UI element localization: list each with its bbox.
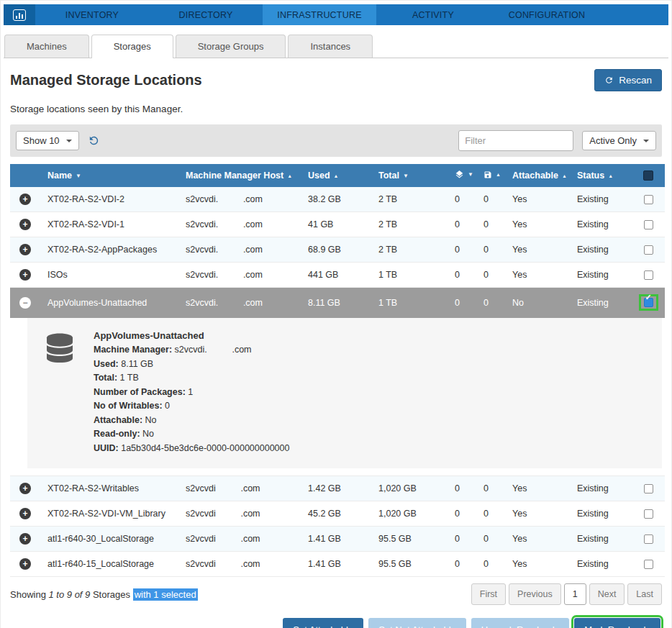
cell-name: XT02-RA-S2-VDI-2	[43, 187, 181, 212]
cell-name: atl1-r640-15_LocalStorage	[43, 552, 181, 577]
header-status[interactable]: Status▲	[573, 164, 632, 187]
expand-icon[interactable]	[19, 533, 31, 545]
cell-total: 1,020 GB	[374, 501, 450, 527]
cell-attachable: Yes	[508, 501, 573, 527]
table-footer: Showing 1 to 9 of 9 Storages with 1 sele…	[10, 583, 662, 605]
tab-instances[interactable]: Instances	[288, 35, 373, 58]
nav-item-inventory[interactable]: INVENTORY	[35, 4, 149, 25]
nav-item-configuration[interactable]: CONFIGURATION	[490, 4, 604, 25]
sort-asc-icon: ▲	[562, 173, 567, 178]
page-title: Managed Storage Locations	[10, 72, 202, 88]
filter-input[interactable]	[458, 130, 573, 151]
brand-logo[interactable]	[4, 4, 35, 25]
cell-attachable: Yes	[508, 476, 573, 501]
cell-host: s2vcvdi. .com	[181, 237, 304, 263]
tab-storage-groups[interactable]: Storage Groups	[176, 35, 286, 58]
header-name[interactable]: Name▼	[43, 164, 181, 187]
reload-icon[interactable]	[88, 135, 100, 147]
cell-used: 8.11 GB	[304, 288, 374, 318]
row-checkbox[interactable]	[644, 509, 653, 519]
header-used-label: Used	[308, 170, 330, 181]
row-checkbox[interactable]	[644, 560, 653, 569]
header-packages[interactable]: ▼	[450, 164, 479, 187]
cell-total: 2 TB	[374, 212, 450, 237]
cell-used: 1.41 GB	[304, 527, 374, 552]
cell-attachable: Yes	[508, 237, 573, 263]
nav-item-directory[interactable]: DIRECTORY	[149, 4, 263, 25]
expand-icon[interactable]	[19, 244, 31, 255]
cell-name: atl1-r640-30_LocalStorage	[43, 527, 181, 552]
pagination-last[interactable]: Last	[627, 583, 662, 605]
pagination-first[interactable]: First	[471, 583, 506, 605]
cell-name: XT02-RA-S2-AppPackages	[43, 237, 181, 263]
header-total-label: Total	[378, 170, 399, 181]
expand-icon[interactable]	[19, 558, 31, 570]
tab-bar: Machines Storages Storage Groups Instanc…	[4, 35, 668, 58]
expand-icon[interactable]	[19, 219, 31, 230]
detail-field-value: 1	[188, 387, 193, 397]
showing-range: 1 to 9 of 9	[49, 589, 91, 600]
cell-host: s2vcvdi .com	[181, 527, 304, 552]
table-header-row: Name▼ Machine Manager Host▲ Used▲ Total▼…	[10, 164, 665, 187]
cell-status: Existing	[573, 237, 632, 263]
detail-field-label: Total:	[94, 373, 117, 383]
row-checkbox-checked[interactable]	[644, 298, 653, 307]
nav-item-activity[interactable]: ACTIVITY	[376, 4, 490, 25]
row-checkbox[interactable]	[644, 534, 653, 544]
expand-icon[interactable]	[19, 483, 31, 494]
mark-read-only-button[interactable]: Mark Read-only	[574, 618, 660, 628]
unmark-read-only-button[interactable]: Unmark Read-only	[471, 618, 569, 628]
cell-host: s2vcvdi .com	[181, 501, 304, 527]
header-name-label: Name	[47, 170, 72, 181]
row-checkbox[interactable]	[644, 484, 653, 493]
detail-field: UUID: 1a5b30d4-5be3dc6e-0000-00000000000…	[94, 442, 289, 456]
cell-status: Existing	[573, 527, 632, 552]
header-host[interactable]: Machine Manager Host▲	[181, 164, 304, 187]
cell-host: s2vcvdi. .com	[181, 288, 304, 318]
cell-host: s2vcvdi. .com	[181, 212, 304, 237]
tab-storages[interactable]: Storages	[91, 35, 173, 58]
show-entries-select[interactable]: Show 10	[16, 131, 79, 150]
detail-field: No of Writables: 0	[94, 399, 289, 414]
storages-table: Name▼ Machine Manager Host▲ Used▲ Total▼…	[10, 164, 665, 577]
pagination-page-1[interactable]: 1	[564, 583, 586, 605]
cell-total: 1 TB	[374, 263, 450, 288]
row-checkbox[interactable]	[644, 270, 653, 280]
storage-row: atl1-r640-15_LocalStorage s2vcvdi .com 1…	[10, 552, 665, 577]
header-used[interactable]: Used▲	[304, 164, 374, 187]
cell-status: Existing	[573, 263, 632, 288]
cell-name: XT02-RA-S2-VDI-VM_Library	[43, 501, 181, 527]
header-select-all[interactable]	[632, 164, 665, 187]
header-writables[interactable]: ▲	[479, 164, 508, 187]
detail-title: AppVolumes-Unattached	[94, 329, 289, 343]
database-icon	[40, 329, 82, 455]
cell-host: s2vcvdi. .com	[181, 187, 304, 212]
row-checkbox[interactable]	[644, 220, 653, 229]
cell-attachable: Yes	[508, 212, 573, 237]
cell-used: 38.2 GB	[304, 187, 374, 212]
pagination-next[interactable]: Next	[589, 583, 625, 605]
collapse-icon[interactable]	[19, 297, 31, 309]
header-attachable[interactable]: Attachable▲	[508, 164, 573, 187]
tab-machines[interactable]: Machines	[4, 35, 89, 58]
set-attachable-button[interactable]: Set Attachable	[283, 618, 363, 628]
expand-icon[interactable]	[19, 194, 31, 205]
pagination: First Previous 1 Next Last	[471, 583, 662, 605]
detail-field-label: Machine Manager:	[94, 345, 172, 355]
rescan-button[interactable]: Rescan	[594, 69, 662, 91]
set-not-attachable-button[interactable]: Set Not Attachable	[368, 618, 466, 628]
detail-field-value: 1a5b30d4-5be3dc6e-0000-000000000000	[121, 443, 289, 453]
expand-icon[interactable]	[19, 508, 31, 519]
pagination-previous[interactable]: Previous	[509, 583, 561, 605]
nav-item-infrastructure[interactable]: INFRASTRUCTURE	[263, 4, 376, 25]
cell-writables: 0	[479, 237, 508, 263]
cell-attachable: No	[508, 288, 573, 318]
active-only-select[interactable]: Active Only	[582, 131, 656, 150]
header-total[interactable]: Total▼	[374, 164, 450, 187]
select-all-checkbox[interactable]	[643, 170, 653, 181]
row-checkbox[interactable]	[644, 195, 653, 204]
row-checkbox[interactable]	[644, 245, 653, 255]
cell-attachable: Yes	[508, 187, 573, 212]
storage-detail-panel: AppVolumes-Unattached Machine Manager: s…	[27, 318, 662, 468]
expand-icon[interactable]	[19, 269, 31, 281]
